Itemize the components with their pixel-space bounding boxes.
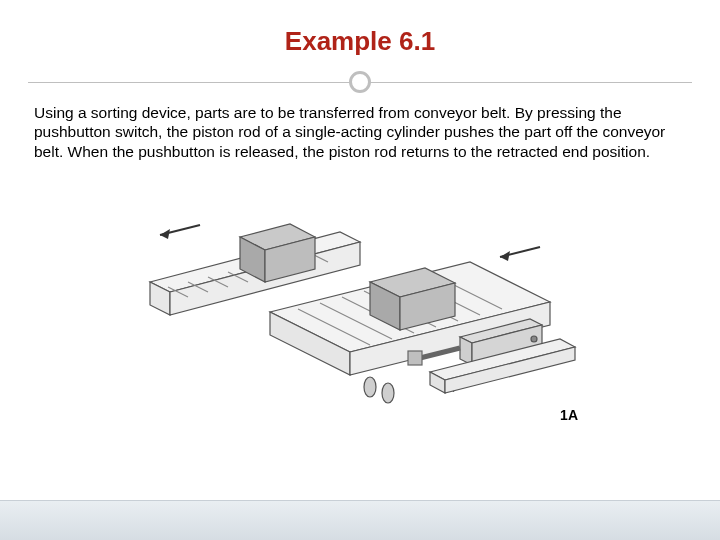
slide-title: Example 6.1 — [28, 26, 692, 57]
figure-svg — [130, 187, 590, 437]
slide: Example 6.1 Using a sorting device, part… — [0, 0, 720, 540]
slide-footer-bar — [0, 500, 720, 540]
svg-point-19 — [531, 336, 537, 342]
svg-point-21 — [364, 377, 376, 397]
divider-circle-icon — [349, 71, 371, 93]
body-paragraph: Using a sorting device, parts are to be … — [28, 103, 692, 161]
conveyor-cylinder-figure: 1A — [130, 187, 590, 437]
svg-rect-18 — [408, 351, 422, 365]
figure-label: 1A — [560, 407, 578, 423]
title-divider — [28, 71, 692, 95]
svg-point-22 — [382, 383, 394, 403]
